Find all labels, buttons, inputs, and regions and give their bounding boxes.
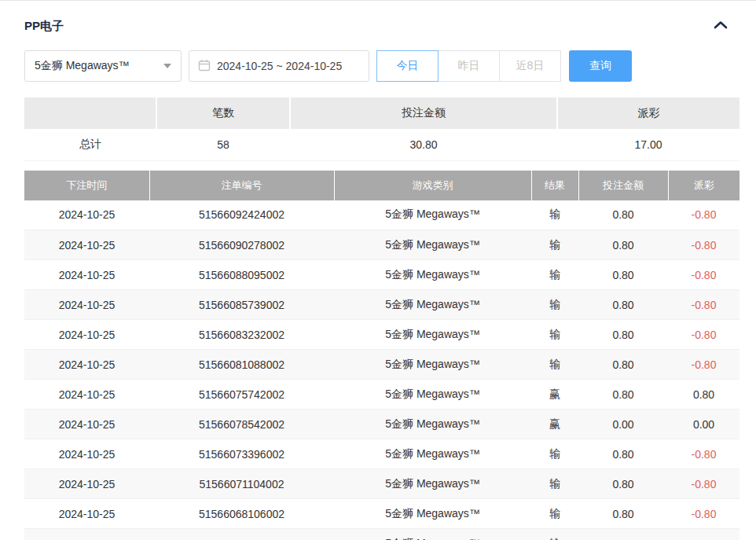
summary-total-row: 总计 58 30.80 17.00	[24, 129, 739, 160]
cell-payout: -0.80	[668, 260, 739, 290]
search-button[interactable]: 查询	[569, 50, 632, 82]
cell-result: 输	[531, 469, 578, 499]
bet-records-table: 下注时间 注单编号 游戏类别 结果 投注金额 派彩 2024-10-25 515…	[24, 171, 739, 540]
cell-game: 5金狮 Megaways™	[334, 499, 531, 529]
cell-bet: 0.80	[578, 320, 668, 350]
collapse-panel-button[interactable]	[713, 18, 728, 34]
cell-order-id: 51566065898002	[149, 529, 334, 540]
cell-date: 2024-10-25	[24, 499, 149, 529]
header-game-type: 游戏类别	[334, 171, 531, 200]
cell-game: 5金狮 Megaways™	[334, 230, 531, 260]
header-result: 结果	[531, 171, 578, 200]
cell-bet: 0.00	[578, 410, 668, 439]
header-bet-time: 下注时间	[24, 171, 149, 200]
cell-game: 5金狮 Megaways™	[334, 320, 531, 350]
table-row: 2024-10-25 51566083232002 5金狮 Megaways™ …	[24, 320, 739, 350]
cell-date: 2024-10-25	[24, 260, 149, 290]
cell-game: 5金狮 Megaways™	[334, 410, 531, 439]
page-title: PP电子	[24, 19, 64, 34]
cell-game: 5金狮 Megaways™	[334, 529, 531, 540]
quick-date-button-group: 今日 昨日 近8日	[377, 50, 561, 82]
table-row: 2024-10-25 51566071104002 5金狮 Megaways™ …	[24, 469, 739, 499]
cell-order-id: 51566078542002	[149, 410, 334, 439]
cell-result: 输	[531, 439, 578, 469]
summary-total-bet: 30.80	[290, 129, 557, 160]
summary-total-label: 总计	[24, 129, 156, 160]
cell-bet: 0.80	[578, 439, 668, 469]
cell-date: 2024-10-25	[24, 290, 149, 320]
cell-result: 输	[531, 529, 578, 540]
filter-bar: 5金狮 Megaways™ 2024-10-25 ~ 2024-10-25 今日…	[24, 50, 739, 82]
cell-payout: -0.80	[668, 439, 739, 469]
cell-bet: 0.80	[578, 350, 668, 380]
cell-date: 2024-10-25	[24, 230, 149, 260]
table-row: 2024-10-25 51566078542002 5金狮 Megaways™ …	[24, 410, 739, 439]
cell-date: 2024-10-25	[24, 200, 149, 230]
table-row: 2024-10-25 51566090278002 5金狮 Megaways™ …	[24, 230, 739, 260]
cell-bet: 0.80	[578, 260, 668, 290]
bet-table-body: 2024-10-25 51566092424002 5金狮 Megaways™ …	[24, 200, 739, 540]
table-row: 2024-10-25 51566073396002 5金狮 Megaways™ …	[24, 439, 739, 469]
table-row: 2024-10-25 51566068106002 5金狮 Megaways™ …	[24, 499, 739, 529]
summary-total-payout: 17.00	[557, 129, 739, 160]
cell-result: 赢	[531, 380, 578, 410]
summary-table: 笔数 投注金额 派彩 总计 58 30.80 17.00	[24, 97, 739, 161]
summary-header-payout: 派彩	[557, 97, 739, 129]
cell-order-id: 51566085739002	[149, 290, 334, 320]
cell-bet: 0.80	[578, 290, 668, 320]
header-bet-amount: 投注金额	[578, 171, 668, 200]
cell-order-id: 51566071104002	[149, 469, 334, 499]
cell-game: 5金狮 Megaways™	[334, 439, 531, 469]
cell-order-id: 51566081088002	[149, 350, 334, 380]
cell-order-id: 51566088095002	[149, 260, 334, 290]
cell-date: 2024-10-25	[24, 320, 149, 350]
cell-order-id: 51566075742002	[149, 380, 334, 410]
last-8-days-button[interactable]: 近8日	[499, 50, 561, 82]
cell-game: 5金狮 Megaways™	[334, 290, 531, 320]
cell-result: 输	[531, 200, 578, 230]
cell-payout: -0.80	[668, 529, 739, 540]
cell-date: 2024-10-25	[24, 439, 149, 469]
cell-payout: 0.00	[668, 410, 739, 439]
cell-date: 2024-10-25	[24, 529, 149, 540]
cell-result: 输	[531, 499, 578, 529]
summary-header-empty	[24, 97, 156, 129]
chevron-up-icon	[714, 19, 728, 33]
game-select[interactable]: 5金狮 Megaways™	[24, 50, 182, 82]
summary-header-count: 笔数	[156, 97, 290, 129]
pp-electronic-panel: PP电子 5金狮 Megaways™ 2024-10-25 ~ 2024-10-…	[0, 1, 739, 540]
cell-game: 5金狮 Megaways™	[334, 469, 531, 499]
cell-game: 5金狮 Megaways™	[334, 200, 531, 230]
cell-result: 输	[531, 320, 578, 350]
cell-game: 5金狮 Megaways™	[334, 350, 531, 380]
cell-bet: 0.80	[578, 200, 668, 230]
cell-result: 输	[531, 260, 578, 290]
cell-result: 输	[531, 230, 578, 260]
cell-bet: 0.80	[578, 230, 668, 260]
summary-header-row: 笔数 投注金额 派彩	[24, 97, 739, 129]
today-button[interactable]: 今日	[376, 50, 439, 82]
cell-payout: 0.80	[668, 380, 739, 410]
table-row: 2024-10-25 51566075742002 5金狮 Megaways™ …	[24, 380, 739, 410]
cell-payout: -0.80	[668, 469, 739, 499]
chevron-down-icon	[163, 64, 171, 68]
cell-order-id: 51566090278002	[149, 230, 334, 260]
cell-result: 输	[531, 350, 578, 380]
header-payout: 派彩	[668, 171, 739, 200]
cell-order-id: 51566073396002	[149, 439, 334, 469]
summary-total-count: 58	[156, 129, 290, 160]
cell-payout: -0.80	[668, 230, 739, 260]
cell-game: 5金狮 Megaways™	[334, 380, 531, 410]
cell-payout: -0.80	[668, 350, 739, 380]
cell-bet: 0.80	[578, 469, 668, 499]
date-range-picker[interactable]: 2024-10-25 ~ 2024-10-25	[189, 50, 369, 82]
cell-result: 输	[531, 290, 578, 320]
cell-bet: 0.80	[578, 529, 668, 540]
summary-header-bet: 投注金额	[290, 97, 557, 129]
cell-payout: -0.80	[668, 200, 739, 230]
game-select-value: 5金狮 Megaways™	[35, 59, 130, 73]
yesterday-button[interactable]: 昨日	[438, 50, 500, 82]
cell-order-id: 51566068106002	[149, 499, 334, 529]
table-row: 2024-10-25 51566085739002 5金狮 Megaways™ …	[24, 290, 739, 320]
cell-result: 赢	[531, 410, 578, 439]
